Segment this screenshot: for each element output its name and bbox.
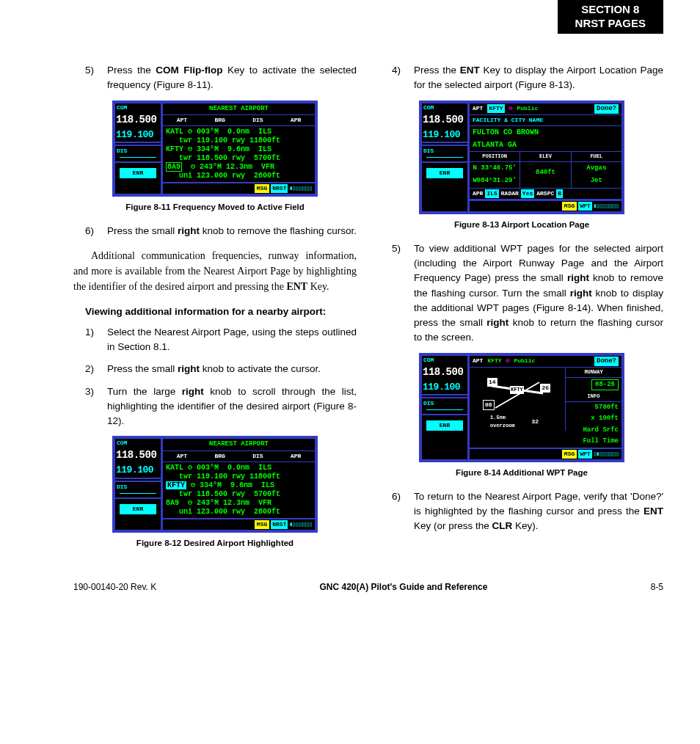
figure-8-12: COM 118.500 119.100 DIS ENR NEAREST AIRP… [112, 436, 318, 533]
gps-title: NEAREST AIRPORT [163, 103, 315, 116]
right-step-6: 6) To return to the Nearest Airport Page… [392, 489, 663, 534]
left-r3: 3) Turn the large right knob to scroll t… [85, 384, 357, 429]
left-column: 5) Press the COM Flip-flop Key to activa… [73, 59, 357, 560]
highlighted-ident: KFTY [166, 481, 186, 489]
caption-8-13: Figure 8-13 Airport Location Page [380, 219, 663, 231]
left-r1: 1) Select the Nearest Airport Page, usin… [85, 325, 357, 355]
done-button: Done? [594, 104, 619, 114]
figure-8-11: COM 118.500 119.100 DIS ENR NEAREST AIRP… [112, 101, 318, 197]
gps-com-standby: 119.100 [115, 128, 161, 144]
done-button: Done? [594, 357, 619, 367]
banner-line-1: SECTION 8 [575, 3, 646, 17]
gps-display-811: COM 118.500 119.100 DIS ENR NEAREST AIRP… [112, 101, 318, 197]
right-step-4: 4) Press the ENT Key to display the Airp… [392, 63, 663, 93]
right-column: 4) Press the ENT Key to display the Airp… [380, 59, 663, 560]
gps-left-panel: COM 118.500 119.100 DIS ENR [115, 439, 163, 530]
caption-8-11: Figure 8-11 Frequency Moved to Active Fi… [73, 201, 357, 214]
gps-col-headers: APT BRG DIS APR [163, 115, 315, 126]
left-r2: 2) Press the small right knob to activat… [85, 362, 357, 376]
subheading: Viewing additional information for a nea… [85, 304, 357, 319]
page: SECTION 8 NRST PAGES 5) Press the COM Fl… [0, 0, 700, 621]
footer-center: GNC 420(A) Pilot's Guide and Reference [319, 582, 487, 592]
columns: 5) Press the COM Flip-flop Key to activa… [73, 59, 663, 560]
step-num: 6) [85, 224, 107, 238]
step-text: Press the COM Flip-flop Key to activate … [107, 63, 357, 93]
paragraph-additional: Additional communication frequencies, ru… [73, 248, 357, 294]
caption-8-12: Figure 8-12 Desired Airport Highlighted [73, 537, 357, 550]
right-step-5: 5) To view additional WPT pages for the … [392, 241, 663, 346]
airport-ident: KFTY [487, 104, 504, 113]
step-text: Press the small right knob to remove the… [107, 224, 357, 238]
gps-display-813: COM 118.500 119.100 DIS ENR APT KFTY ⊖ [419, 101, 624, 214]
facility-name: FULTON CO BROWN [470, 126, 621, 139]
gps-display-812: COM 118.500 119.100 DIS ENR NEAREST AIRP… [112, 436, 318, 533]
page-footer: 190-00140-20 Rev. K GNC 420(A) Pilot's G… [73, 582, 663, 592]
runway-info-panel: RUNWAY 08-26 INFO 5700ft x 100ft Hard Sr… [566, 368, 621, 448]
city-name: ATLANTA GA [470, 139, 621, 152]
section-banner: SECTION 8 NRST PAGES [558, 0, 663, 34]
gps-right-panel: NEAREST AIRPORT APT BRG DIS APR KATL ⊖ 0… [163, 439, 315, 530]
footer-left: 190-00140-20 Rev. K [73, 582, 156, 592]
gps-data-rows: KATL ⊖ 003°M 0.0nm ILS twr 119.100 rwy 1… [163, 126, 315, 182]
gps-com-active: 118.500 [115, 112, 161, 128]
left-step-5: 5) Press the COM Flip-flop Key to activa… [85, 63, 357, 93]
footer-right: 8-5 [651, 582, 663, 592]
figure-8-13: COM 118.500 119.100 DIS ENR APT KFTY ⊖ [419, 101, 624, 214]
left-step-6: 6) Press the small right knob to remove … [85, 224, 357, 238]
step-num: 5) [85, 63, 107, 93]
gps-left-panel: COM 118.500 119.100 DIS ENR [115, 103, 163, 194]
figure-8-14: COM 118.500 119.100 DIS ENR APT KFTY ⊖ [419, 353, 624, 462]
runway-diagram-icon [470, 368, 565, 431]
enr-badge: ENR [120, 168, 156, 178]
banner-line-2: NRST PAGES [575, 17, 646, 31]
caption-8-14: Figure 8-14 Additional WPT Page [380, 467, 663, 479]
gps-display-814: COM 118.500 119.100 DIS ENR APT KFTY ⊖ [419, 353, 624, 462]
runway-map: 14 08 26 32 KFTY 1.5nmoverzoom [470, 368, 566, 431]
gps-footer: MSG NRST ▮▯▯▯▯▯▯▯ [163, 182, 315, 194]
gps-right-panel: NEAREST AIRPORT APT BRG DIS APR KATL ⊖ 0… [163, 103, 315, 194]
